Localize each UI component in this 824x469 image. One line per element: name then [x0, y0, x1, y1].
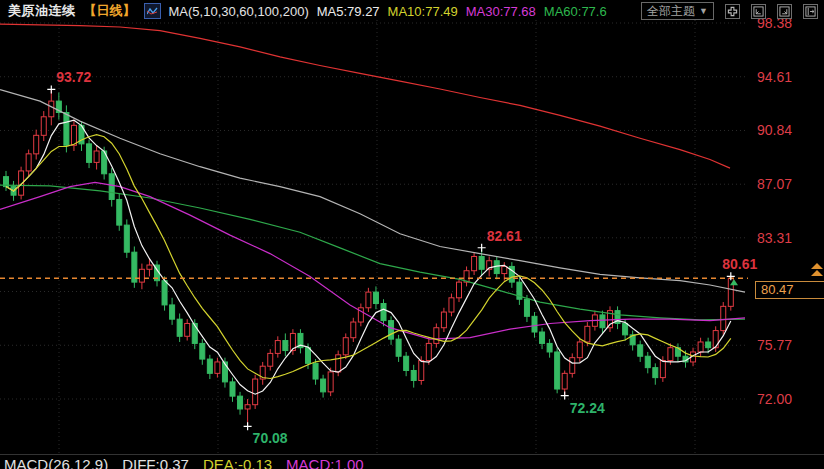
macd-readout-item: DEA:-0.13 — [203, 456, 272, 469]
high-price-label: 80.61 — [722, 256, 757, 272]
high-price-label: 93.72 — [56, 69, 91, 85]
axis-price-label: 94.61 — [757, 69, 821, 85]
axis-price-label: 87.07 — [757, 176, 821, 192]
latest-price-marker-icon — [811, 263, 823, 277]
pane-bottom-right-button[interactable] — [777, 4, 792, 19]
axis-price-label: 75.77 — [757, 337, 821, 353]
grid-layer — [0, 20, 748, 455]
indicator-chart-icon — [144, 3, 161, 19]
chevron-down-icon: ▼ — [699, 4, 708, 19]
symbol-name: 美原油连续 — [8, 2, 76, 20]
ma30-readout: MA30:77.68 — [466, 4, 536, 19]
trading-chart-window: 93.7282.6180.6170.0872.24 美原油连续 【日线】 MA(… — [0, 0, 824, 469]
candlestick-chart[interactable]: 93.7282.6180.6170.0872.24 — [0, 0, 824, 469]
macd-readout-item: MACD(26,12,9) — [4, 456, 108, 469]
ma10-readout: MA10:77.49 — [388, 4, 458, 19]
panel-divider — [0, 454, 824, 455]
ma60-readout: MA60:77.6 — [544, 4, 607, 19]
low-price-label: 70.08 — [253, 430, 288, 446]
macd-readout-row: MACD(26,12,9)DIFF:0.37DEA:-0.13MACD:1.00 — [4, 456, 378, 469]
candles-layer — [4, 89, 734, 426]
pane-bottom-left-icon — [753, 6, 764, 17]
extreme-cross-marker — [478, 244, 486, 252]
move-grid-button[interactable] — [725, 4, 740, 19]
ma-settings-label: MA(5,10,30,60,100,200) — [169, 4, 309, 19]
axis-price-label: 83.31 — [757, 230, 821, 246]
axis-price-label: 72.00 — [757, 391, 821, 407]
axis-price-label: 90.84 — [757, 122, 821, 138]
extreme-cross-marker — [244, 422, 252, 430]
collapse-right-button[interactable] — [803, 4, 818, 19]
collapse-right-icon — [805, 6, 816, 17]
move-grid-icon — [727, 6, 738, 17]
pane-bottom-left-button[interactable] — [751, 4, 766, 19]
period-label: 【日线】 — [84, 2, 136, 20]
high-price-label: 82.61 — [487, 228, 522, 244]
extreme-cross-marker — [561, 392, 569, 400]
theme-dropdown[interactable]: 全部主题 ▼ — [641, 2, 714, 20]
ma5-line — [6, 120, 731, 394]
extreme-cross-marker — [47, 85, 55, 93]
theme-dropdown-label: 全部主题 — [647, 4, 695, 19]
chart-header: 美原油连续 【日线】 MA(5,10,30,60,100,200) MA5:79… — [0, 0, 824, 20]
pane-bottom-right-icon — [779, 6, 790, 17]
overlay-layer: 93.7282.6180.6170.0872.24 — [0, 69, 758, 446]
ma5-readout: MA5:79.27 — [317, 4, 380, 19]
low-price-label: 72.24 — [570, 400, 605, 416]
macd-readout-item: DIFF:0.37 — [122, 456, 189, 469]
macd-readout-item: MACD:1.00 — [286, 456, 364, 469]
current-price-box: 80.47 — [755, 281, 824, 299]
ma200-line — [0, 24, 730, 168]
